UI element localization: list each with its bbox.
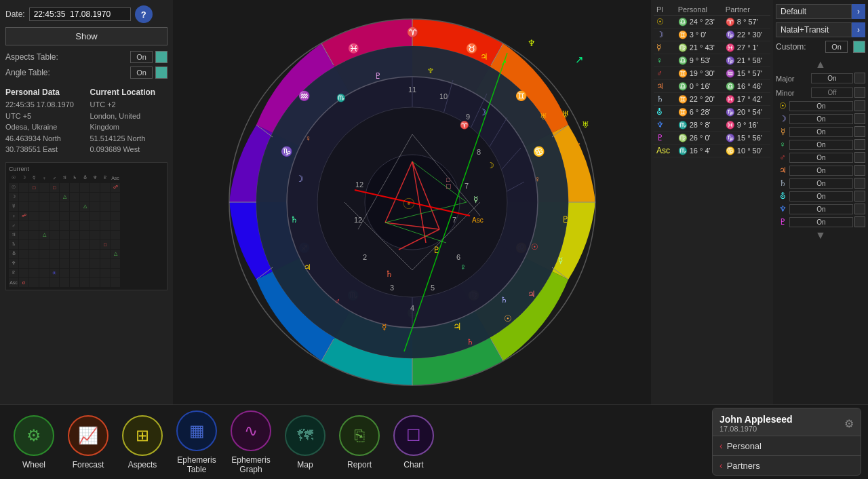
report-nav-btn[interactable]: ⎘ Report xyxy=(339,415,380,470)
date-input[interactable] xyxy=(29,7,131,21)
svg-text:♈: ♈ xyxy=(406,26,418,38)
wheel-icon: ⚙ xyxy=(14,415,54,456)
natal-transit-label: Natal+Transit xyxy=(776,22,852,37)
svg-text:4: 4 xyxy=(410,304,414,312)
ephemeris-table-icon: ▦ xyxy=(176,410,217,451)
default-preset-arrow[interactable]: › xyxy=(852,4,865,19)
user-info: John Appleseed 17.08.1970 xyxy=(719,414,793,433)
saturn-control-row: ♄ On xyxy=(776,178,865,189)
minor-checkbox[interactable] xyxy=(854,87,865,98)
venus-symbol: ♀ xyxy=(776,140,789,149)
major-on-btn[interactable]: On xyxy=(811,73,853,83)
saturn-on-btn[interactable]: On xyxy=(789,178,853,189)
venus-on-btn[interactable]: On xyxy=(789,140,853,150)
aspects-table-on-btn[interactable]: On xyxy=(130,51,153,63)
jupiter-checkbox[interactable] xyxy=(854,165,865,176)
cl-line2: London, United Kingdom xyxy=(90,111,168,133)
pd-line2: UTC +5 xyxy=(5,111,83,122)
natal-transit-arrow[interactable]: › xyxy=(852,22,865,37)
user-gear-button[interactable]: ⚙ xyxy=(844,417,854,430)
svg-text:☉: ☉ xyxy=(531,242,538,252)
cl-line3: 51.514125 North xyxy=(90,133,168,145)
col-personal: Personal xyxy=(675,4,723,16)
bottom-bar: ⚙ Wheel 📈 Forecast ⊞ Aspects ▦ Ephemeris… xyxy=(0,404,868,479)
svg-text:♇: ♇ xyxy=(433,245,441,255)
neptune-control-row: ♆ On xyxy=(776,204,865,214)
svg-text:♏: ♏ xyxy=(336,93,346,102)
svg-text:♄: ♄ xyxy=(467,337,474,347)
svg-text:♒: ♒ xyxy=(298,90,310,102)
mercury-on-btn[interactable]: On xyxy=(789,127,853,137)
custom-checkbox[interactable] xyxy=(853,41,865,53)
chart-label: Chart xyxy=(403,460,423,470)
jupiter-on-btn[interactable]: On xyxy=(789,166,853,176)
report-label: Report xyxy=(347,460,372,470)
aspects-table-checkbox[interactable] xyxy=(155,51,167,63)
major-label: Major xyxy=(776,75,811,83)
ephemeris-graph-nav-btn[interactable]: ∿ EphemerisGraph xyxy=(231,410,271,474)
user-personal-option[interactable]: ‹ Personal xyxy=(713,436,861,455)
date-row: Date: ? xyxy=(5,5,167,23)
table-row: ♀ ♎ 9 ° 53' ♑ 21 ° 58' xyxy=(654,54,770,67)
aspects-nav-btn[interactable]: ⊞ Aspects xyxy=(122,415,163,470)
scroll-up-btn[interactable]: ▲ xyxy=(776,58,865,71)
svg-text:♊: ♊ xyxy=(515,90,527,102)
custom-label: Custom: xyxy=(776,42,823,52)
major-checkbox[interactable] xyxy=(854,73,865,83)
mercury-control-row: ☿ On xyxy=(776,126,865,137)
sun-on-btn[interactable]: On xyxy=(789,101,853,111)
neptune-checkbox[interactable] xyxy=(854,204,865,214)
moon-on-btn[interactable]: On xyxy=(789,114,853,124)
table-row: ☉ ♎ 24 ° 23' ♈ 8 ° 57' xyxy=(654,16,770,28)
pluto-checkbox[interactable] xyxy=(854,216,865,227)
custom-on-btn[interactable]: On xyxy=(825,41,848,53)
table-row: ♄ ♊ 22 ° 20' ♓ 17 ° 42' xyxy=(654,93,770,106)
right-top: Pl Personal Partner ☉ ♎ 24 ° 23' ♈ 8 ° 5… xyxy=(651,0,868,404)
mercury-checkbox[interactable] xyxy=(854,126,865,137)
svg-text:♆: ♆ xyxy=(528,38,536,48)
right-panel: Pl Personal Partner ☉ ♎ 24 ° 23' ♈ 8 ° 5… xyxy=(651,0,868,404)
minor-label: Minor xyxy=(776,89,811,97)
aspects-icon: ⊞ xyxy=(122,415,163,456)
ephemeris-table-nav-btn[interactable]: ▦ EphemerisTable xyxy=(176,410,217,474)
svg-text:♄: ♄ xyxy=(290,214,298,225)
table-row: ♇ ♍ 26 ° 0' ♑ 15 ° 56' xyxy=(654,132,770,145)
svg-text:3: 3 xyxy=(389,284,393,292)
angle-table-on-btn[interactable]: On xyxy=(130,66,153,79)
uranus-on-btn[interactable]: On xyxy=(789,191,853,202)
svg-text:♃: ♃ xyxy=(304,263,311,272)
default-preset-row: Default › xyxy=(776,4,865,19)
chart-nav-btn[interactable]: ☐ Chart xyxy=(393,415,434,470)
uranus-checkbox[interactable] xyxy=(854,191,865,202)
svg-text:12: 12 xyxy=(353,216,361,224)
venus-control-row: ♀ On xyxy=(776,139,865,150)
wheel-nav-btn[interactable]: ⚙ Wheel xyxy=(14,415,54,470)
venus-checkbox[interactable] xyxy=(854,139,865,150)
mars-on-btn[interactable]: On xyxy=(789,153,853,163)
mars-checkbox[interactable] xyxy=(854,152,865,163)
show-button[interactable]: Show xyxy=(5,27,167,45)
svg-text:♋: ♋ xyxy=(532,146,545,157)
saturn-checkbox[interactable] xyxy=(854,178,865,189)
user-date: 17.08.1970 xyxy=(719,425,793,433)
custom-row: Custom: On xyxy=(776,41,865,53)
svg-text:2: 2 xyxy=(362,253,366,261)
minor-on-btn[interactable]: Off xyxy=(811,88,853,98)
partners-arrow: ‹ xyxy=(719,460,723,471)
map-nav-btn[interactable]: 🗺 Map xyxy=(285,415,326,470)
cl-line4: 0.093689 West xyxy=(90,144,168,155)
scroll-down-btn[interactable]: ▼ xyxy=(776,229,865,242)
personal-data-title: Personal Data xyxy=(5,88,83,97)
forecast-nav-btn[interactable]: 📈 Forecast xyxy=(68,415,108,470)
date-label: Date: xyxy=(5,9,25,19)
angle-table-checkbox[interactable] xyxy=(155,66,167,79)
user-partners-option[interactable]: ‹ Partners xyxy=(713,455,861,475)
pluto-on-btn[interactable]: On xyxy=(789,217,853,227)
help-button[interactable]: ? xyxy=(135,5,153,23)
neptune-on-btn[interactable]: On xyxy=(789,204,853,214)
svg-text:8: 8 xyxy=(476,148,480,156)
sun-checkbox[interactable] xyxy=(854,100,865,111)
moon-checkbox[interactable] xyxy=(854,113,865,124)
svg-text:☽: ☽ xyxy=(296,174,304,184)
chart-container: ♈ ♉ ♊ ♋ ♌ ♍ ♎ ♏ ♐ ♑ ♒ ♓ xyxy=(222,12,602,392)
